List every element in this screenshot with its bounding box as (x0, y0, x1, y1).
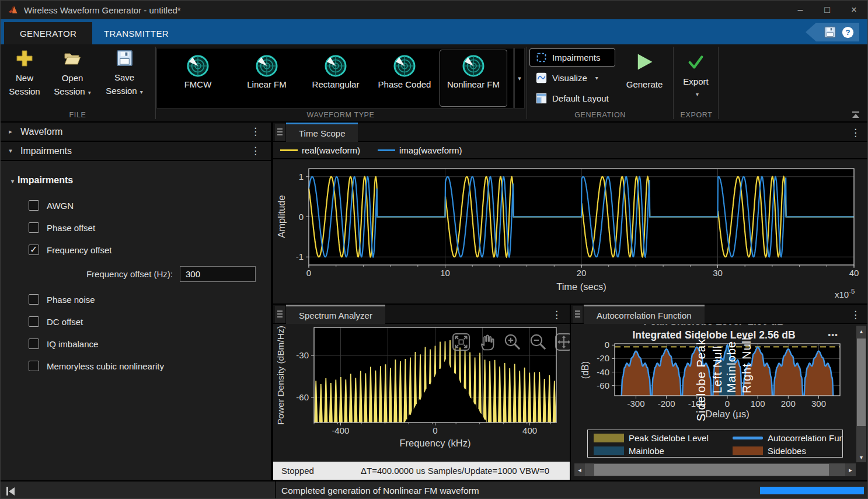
autocorrelation-tabbar: Autocorrelation Function ⋮ (571, 305, 868, 324)
checkbox-box[interactable] (29, 339, 39, 349)
panel-menu-icon[interactable]: ⋮ (850, 309, 860, 321)
collapse-ribbon-button[interactable] (852, 111, 859, 118)
gallery-item-nonlinear-fm[interactable]: Nonlinear FM (440, 50, 507, 107)
save-session-button[interactable]: Save Session▾ (101, 49, 148, 97)
plot-overflow-icon[interactable]: ••• (828, 330, 838, 340)
checkbox-phase-offset[interactable]: Phase offset (29, 222, 95, 233)
gallery-item-label: Nonlinear FM (446, 79, 501, 90)
pan-axes-icon[interactable] (553, 332, 570, 352)
section-title: Waveform (20, 127, 62, 137)
autocorrelation-tab[interactable]: Autocorrelation Function (584, 305, 705, 324)
legend-swatch (594, 446, 624, 455)
svg-text:30: 30 (713, 268, 723, 278)
scrollbar-thumb[interactable] (857, 339, 866, 426)
gallery-item-linear-fm[interactable]: Linear FM (233, 50, 301, 107)
gallery-item-rectangular[interactable]: Rectangular (302, 50, 369, 107)
checkbox-box[interactable] (29, 316, 39, 327)
gallery-item-label: Rectangular (308, 79, 363, 90)
gallery-dropdown-button[interactable]: ▾ (514, 48, 525, 109)
maximize-button[interactable]: □ (814, 1, 841, 19)
fit-to-view-icon[interactable] (451, 332, 472, 352)
tab-generator[interactable]: GENERATOR (4, 22, 92, 44)
panel-grip-icon[interactable] (275, 306, 285, 323)
group-separator (673, 47, 674, 119)
checkbox-box[interactable] (29, 245, 39, 255)
legend-item-mainlobe: Mainlobe (594, 446, 733, 456)
checkbox-awgn[interactable]: AWGN (29, 200, 74, 211)
sidebar-section-waveform[interactable]: ▸ Waveform ⋮ (1, 123, 271, 142)
scrollbar-track[interactable] (585, 463, 845, 476)
close-button[interactable]: × (841, 1, 867, 19)
quick-save-icon[interactable] (824, 26, 836, 39)
zoom-in-icon[interactable] (502, 332, 523, 352)
checkbox-phase-noise[interactable]: Phase noise (29, 294, 95, 305)
radar-icon (255, 54, 278, 78)
gallery-item-phase-coded[interactable]: Phase Coded (371, 50, 438, 107)
group-separator (718, 47, 719, 119)
zoom-out-icon[interactable] (528, 332, 549, 352)
time-scope-tab[interactable]: Time Scope (286, 123, 358, 142)
legend-label: real(waveform) (302, 145, 360, 155)
caret-down-icon: ▾ (1, 147, 20, 155)
scroll-down-icon[interactable]: ▾ (856, 452, 866, 462)
panel-menu-icon[interactable]: ⋮ (552, 309, 562, 321)
panel-menu-icon[interactable]: ⋮ (850, 127, 860, 139)
checkbox-frequency-offset[interactable]: Frequency offset (29, 245, 111, 255)
svg-text:0: 0 (306, 268, 311, 278)
default-layout-button[interactable]: Default Layout (529, 89, 615, 107)
pan-hand-icon[interactable] (476, 332, 497, 352)
svg-text:0: 0 (725, 399, 730, 409)
scroll-up-icon[interactable]: ▴ (856, 326, 866, 336)
checkbox-box[interactable] (29, 361, 39, 371)
export-label: Export (683, 75, 708, 89)
collapse-panel-button[interactable] (6, 487, 15, 495)
svg-text:400: 400 (522, 425, 537, 435)
gallery-item-label: Linear FM (239, 79, 294, 90)
spectrum-analyzer-tab[interactable]: Spectrum Analyzer (286, 305, 385, 324)
checkbox-iq-imbalance[interactable]: IQ imbalance (29, 339, 98, 349)
collapse-ribbon-arrow-icon (852, 114, 859, 118)
horizontal-scrollbar[interactable]: ◂ ▸ (574, 463, 856, 476)
collapse-bar (6, 487, 8, 495)
checkbox-memoryless-cubic-nonlinearity[interactable]: Memoryless cubic nonlinearity (29, 361, 164, 371)
checkbox-box[interactable] (29, 294, 39, 305)
sidebar-section-impairments[interactable]: ▾ Impairments ⋮ (1, 142, 271, 161)
gallery-item-fmcw[interactable]: FMCW (164, 50, 232, 107)
tab-transmitter[interactable]: TRANSMITTER (88, 22, 184, 44)
scrollbar-thumb[interactable] (594, 464, 829, 476)
new-session-button[interactable]: New Session (4, 49, 45, 98)
frequency-axis-label: Frequency (kHz) (400, 438, 471, 448)
radar-icon (393, 54, 416, 78)
svg-text:100: 100 (751, 399, 765, 409)
x-exponent-label: x10-5 (835, 288, 855, 299)
generate-button[interactable]: Generate (618, 49, 671, 92)
checkbox-dc-offset[interactable]: DC offset (29, 316, 83, 327)
svg-text:40: 40 (849, 268, 859, 278)
progress-bar (760, 487, 864, 494)
impairments-heading[interactable]: ▾Impairments (11, 175, 73, 186)
open-session-button[interactable]: Open Session▾ (48, 49, 96, 98)
status-message: Completed generation of Nonlinear FM wav… (281, 486, 479, 496)
checkbox-box[interactable] (29, 222, 39, 233)
panel-grip-icon[interactable] (573, 306, 583, 323)
save-session-label2: Session (106, 86, 137, 96)
checkbox-box[interactable] (29, 200, 39, 211)
section-menu-icon[interactable]: ⋮ (250, 145, 271, 157)
help-icon[interactable] (842, 26, 854, 39)
minimize-button[interactable]: – (787, 1, 814, 19)
export-button[interactable]: Export ▾ (675, 49, 716, 97)
frequency-offset-input[interactable] (180, 266, 256, 282)
checkbox-label: Phase noise (47, 295, 95, 305)
app-status-bar: Completed generation of Nonlinear FM wav… (1, 480, 867, 499)
panel-grip-icon[interactable] (275, 124, 285, 141)
legend-swatch (594, 434, 624, 442)
visualize-button[interactable]: Visualize ▾ (529, 69, 615, 87)
section-menu-icon[interactable]: ⋮ (250, 125, 271, 138)
vertical-scrollbar[interactable]: ▴ ▾ (856, 326, 866, 462)
impairments-toggle[interactable]: Impairments (529, 48, 615, 67)
scroll-left-icon[interactable]: ◂ (574, 463, 585, 476)
scroll-right-icon[interactable]: ▸ (845, 463, 856, 476)
checkbox-label: DC offset (47, 317, 83, 327)
visualize-icon (536, 72, 547, 83)
legend-label: Peak Sidelobe Level (629, 433, 709, 443)
